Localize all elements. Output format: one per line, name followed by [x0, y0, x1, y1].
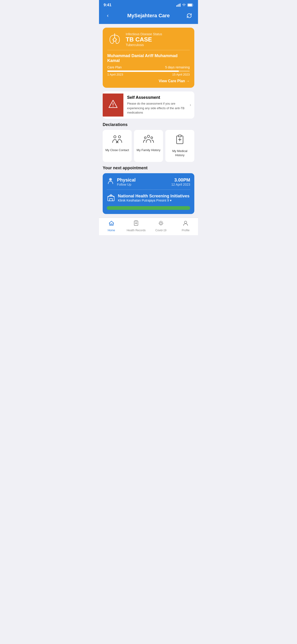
- nav-home[interactable]: Home: [99, 218, 124, 235]
- bottom-navigation: Home Health Records: [99, 218, 198, 235]
- declarations-title: Declarations: [103, 122, 194, 127]
- appointment-type-details: Physical Follow Up: [117, 177, 136, 186]
- clinic-icon: [107, 193, 115, 203]
- svg-point-14: [118, 136, 121, 138]
- svg-line-41: [159, 224, 160, 224]
- status-time: 9:41: [104, 3, 112, 7]
- signal-icon: [176, 4, 180, 7]
- medical-history-icon: [175, 134, 185, 147]
- nav-health-records-label: Health Records: [127, 229, 146, 232]
- svg-point-12: [113, 106, 114, 107]
- disease-info: Infectious Disease Status TB CASE Tuberc…: [126, 32, 162, 47]
- care-plan-remaining: 5 days remaining: [165, 66, 190, 69]
- app-header: ‹ MySejahtera Care: [99, 9, 198, 24]
- nav-covid-label: Covid-19: [156, 229, 166, 232]
- chevron-right-icon: ›: [190, 102, 194, 107]
- appointment-time-col: 3.00PM 12 April 2023: [171, 177, 190, 186]
- declarations-section: Declarations My Close Contac: [103, 122, 194, 162]
- svg-point-42: [184, 221, 187, 224]
- svg-point-25: [110, 179, 111, 180]
- health-records-icon: [133, 220, 139, 228]
- close-contact-label: My Close Contact: [106, 148, 129, 152]
- declarations-grid: My Close Contact My Family History: [103, 130, 194, 162]
- disease-top: Infectious Disease Status TB CASE Tuberc…: [107, 32, 190, 50]
- svg-point-13: [114, 136, 116, 138]
- nav-profile[interactable]: Profile: [173, 218, 198, 235]
- nav-covid19[interactable]: Covid-19: [148, 218, 173, 235]
- appointment-clinic-info: National Health Screening Initiatives Kl…: [118, 194, 190, 202]
- svg-rect-1: [178, 4, 178, 7]
- status-bar: 9:41: [99, 0, 198, 9]
- nav-health-records[interactable]: Health Records: [124, 218, 149, 235]
- profile-icon: [182, 220, 188, 228]
- care-plan-progress-bar: [107, 70, 190, 72]
- main-content: Infectious Disease Status TB CASE Tuberc…: [99, 24, 198, 218]
- svg-point-19: [151, 137, 153, 139]
- view-care-plan-button[interactable]: View Care Plan →: [107, 79, 190, 83]
- svg-line-40: [162, 222, 162, 222]
- chevron-down-icon: ▾: [170, 198, 172, 202]
- appointment-top: Physical Follow Up 3.00PM 12 April 2023: [107, 177, 190, 190]
- home-icon: [108, 220, 114, 228]
- clinic-location: Klinik Kesihatan Putrajaya Presint 9 ▾: [118, 198, 190, 202]
- svg-point-18: [144, 137, 146, 139]
- covid-icon: [158, 220, 164, 228]
- care-plan-dates: 1 April 2023 15 April 2023: [107, 73, 190, 76]
- svg-point-33: [160, 222, 162, 224]
- declaration-close-contact[interactable]: My Close Contact: [103, 130, 132, 162]
- patient-name: Muhammad Danial Ariff Muhammad Kamal: [107, 54, 190, 63]
- self-assessment-description: Please do the assessment if you are expe…: [127, 101, 186, 115]
- back-button[interactable]: ‹: [104, 12, 112, 20]
- appointment-section-title: Your next appointment: [103, 166, 194, 170]
- lung-icon: [107, 32, 122, 47]
- appointment-subtype: Follow Up: [117, 183, 136, 186]
- end-date: 15 April 2023: [172, 73, 190, 76]
- appointment-card: Physical Follow Up 3.00PM 12 April 2023: [103, 173, 194, 214]
- clinic-name: National Health Screening Initiatives: [118, 194, 190, 198]
- status-icons: [176, 4, 194, 7]
- medical-history-label: My Medical History: [168, 149, 192, 157]
- action-button-partial: [107, 206, 190, 210]
- alert-triangle-icon: [108, 99, 118, 111]
- self-assessment-content: Self Assessment Please do the assessment…: [124, 92, 190, 118]
- appointment-type: Physical: [117, 177, 136, 183]
- svg-line-39: [162, 224, 162, 224]
- self-assessment-alert-bg: [103, 94, 124, 116]
- disease-subtitle: Infectious Disease Status: [126, 32, 162, 36]
- battery-icon: [188, 4, 194, 7]
- app-title: MySejahtera Care: [127, 13, 170, 19]
- refresh-button[interactable]: [185, 12, 194, 20]
- care-plan-label: Care Plan: [107, 66, 122, 69]
- svg-rect-32: [136, 220, 137, 221]
- self-assessment-card[interactable]: Self Assessment Please do the assessment…: [103, 92, 194, 118]
- family-history-label: My Family History: [136, 148, 160, 152]
- nav-home-label: Home: [108, 229, 115, 232]
- disease-description: Tuberculosis: [126, 43, 162, 47]
- appointment-bottom: National Health Screening Initiatives Kl…: [107, 193, 190, 203]
- care-plan-row: Care Plan 5 days remaining: [107, 66, 190, 69]
- appointment-section: Your next appointment Physical Follow Up: [103, 166, 194, 214]
- svg-point-17: [147, 135, 150, 138]
- svg-rect-3: [180, 4, 180, 7]
- appointment-time: 3.00PM: [171, 177, 190, 183]
- svg-rect-23: [178, 135, 181, 137]
- declaration-medical-history[interactable]: My Medical History: [165, 130, 194, 162]
- disease-title: TB CASE: [126, 36, 162, 43]
- start-date: 1 April 2023: [107, 73, 123, 76]
- disease-card: Infectious Disease Status TB CASE Tuberc…: [103, 28, 194, 88]
- family-history-icon: [143, 134, 154, 146]
- appointment-date: 12 April 2023: [171, 183, 190, 186]
- close-contact-icon: [112, 134, 123, 146]
- care-plan-progress-fill: [107, 70, 179, 72]
- svg-line-38: [159, 222, 160, 222]
- nav-profile-label: Profile: [182, 229, 190, 232]
- appointment-type-info: Physical Follow Up: [107, 177, 136, 186]
- declaration-family-history[interactable]: My Family History: [134, 130, 163, 162]
- self-assessment-title: Self Assessment: [127, 95, 186, 100]
- svg-rect-0: [176, 5, 177, 7]
- wifi-icon: [182, 4, 186, 7]
- doctor-icon: [107, 177, 114, 186]
- svg-rect-2: [179, 4, 179, 7]
- svg-rect-5: [188, 4, 192, 6]
